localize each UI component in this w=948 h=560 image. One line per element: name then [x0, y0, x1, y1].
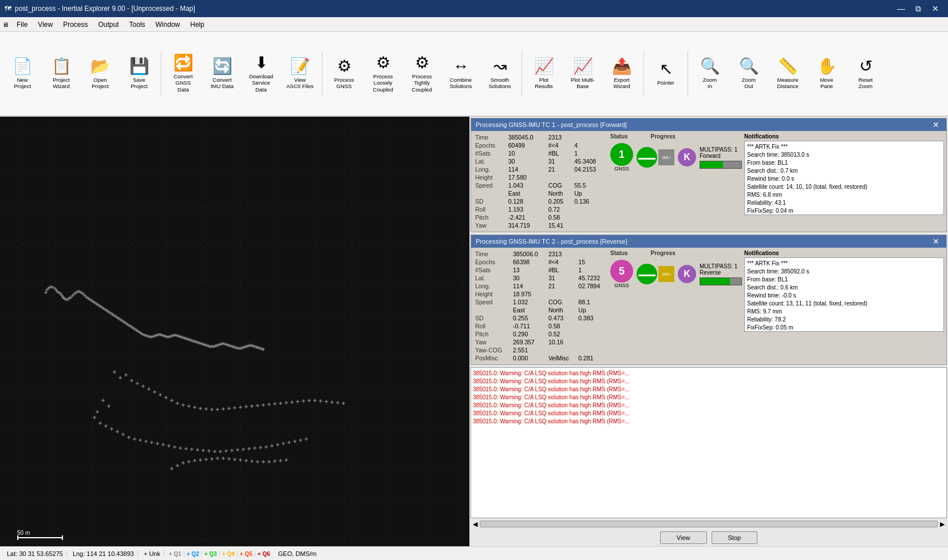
process-gnss-icon: ⚙: [337, 58, 351, 74]
project-wizard-button[interactable]: 📋ProjectWizard: [42, 48, 80, 100]
table-row: Long.1142102.7894: [473, 282, 608, 290]
imu-yellow-2: IMU: [658, 266, 674, 282]
convert-gnss-button[interactable]: 🔁ConvertGNSSData: [164, 48, 202, 100]
minimize-button[interactable]: —: [893, 2, 909, 15]
combine-solutions-icon: ↔: [453, 58, 469, 74]
toolbar: 📄NewProject📋ProjectWizard📂OpenProject💾Sa…: [0, 32, 948, 117]
menu-item-output[interactable]: Output: [94, 18, 124, 31]
k-circle-1: K: [678, 148, 696, 166]
scroll-left[interactable]: ◀: [473, 521, 477, 528]
app-icon: 🗺: [5, 5, 11, 13]
gnss-label-2: GNSS: [614, 283, 629, 288]
proc-panel-2-data: Time385006.02313 Epochs66398#<415 #Sats1…: [473, 250, 608, 362]
download-service-button[interactable]: ⬇DownloadServiceData: [242, 48, 280, 100]
notif-row: From base: BL1: [747, 159, 941, 167]
scale-bar: 50 m: [17, 530, 63, 538]
map-canvas[interactable]: [0, 117, 469, 546]
proc-panel-1-status-section: Status Progress 1 GNSS ▬▬▬: [610, 133, 742, 229]
menu-item-file[interactable]: File: [12, 18, 32, 31]
view-button[interactable]: View: [660, 531, 707, 544]
q-badge-q2[interactable]: + Q2: [184, 551, 202, 557]
proc-panel-1-data: Time385045.02313 Epochs60499#<44 #Sats10…: [473, 133, 608, 229]
toolbar-sep: [688, 51, 688, 97]
q-badge-q1[interactable]: + Q1: [167, 551, 184, 557]
table-row: Yaw314.71915.41: [473, 221, 608, 229]
project-wizard-icon: 📋: [52, 58, 72, 74]
combine-solutions-button[interactable]: ↔CombineSolutions: [442, 48, 480, 100]
process-loosely-button[interactable]: ⚙ProcessLooselyCoupled: [364, 48, 402, 100]
circle-2-num: 5: [619, 265, 625, 277]
process-gnss-button[interactable]: ⚙ProcessGNSS: [325, 48, 363, 100]
new-project-button[interactable]: 📄NewProject: [3, 48, 41, 100]
proc-panel-2-title: Processing GNSS-IMU TC 2 - post_process …: [476, 238, 627, 245]
log-section: 385015.0: Warning: C/A LSQ solution has …: [469, 366, 948, 546]
measure-distance-button[interactable]: 📏MeasureDistance: [769, 48, 807, 100]
scroll-right[interactable]: ▶: [940, 521, 945, 528]
convert-imu-button[interactable]: 🔄ConvertIMU Data: [203, 48, 241, 100]
export-wizard-icon: 📤: [612, 58, 632, 74]
stop-button[interactable]: Stop: [712, 531, 758, 544]
restore-button[interactable]: ⧉: [910, 2, 926, 15]
log-area[interactable]: 385015.0: Warning: C/A LSQ solution has …: [471, 367, 947, 518]
q-badge-q5[interactable]: + Q5: [238, 551, 255, 557]
notif-row: Search time: 385013.0 s: [747, 151, 941, 159]
imu-green-2: ▬▬▬: [637, 264, 657, 284]
notif-row: RMS: 9.7 mm: [747, 308, 941, 316]
notif-content-2[interactable]: *** ARTK Fix ***Search time: 385092.0 sF…: [744, 257, 944, 332]
notif-row: Reliability: 78.2: [747, 316, 941, 324]
circle-1-num: 1: [619, 149, 625, 161]
reset-zoom-button[interactable]: ↺ResetZoom: [847, 48, 884, 100]
export-wizard-button[interactable]: 📤ExportWizard: [603, 48, 641, 100]
status-circle-2: 5: [610, 260, 633, 283]
table-row: PosMisc0.000VelMisc0.281: [473, 354, 608, 362]
proc-panel-1-status-row: 1 GNSS ▬▬▬ IMU: [610, 143, 742, 172]
menu-item-tools[interactable]: Tools: [125, 18, 150, 31]
move-pane-button[interactable]: ✋MovePane: [808, 48, 846, 100]
plot-multi-base-button[interactable]: 📈Plot Multi-Base: [564, 48, 602, 100]
proc-panel-1-title: Processing GNSS-IMU TC 1 - post_process …: [476, 121, 627, 128]
notif-row: From base: BL1: [747, 276, 941, 284]
notif-content-1[interactable]: *** ARTK Fix ***Search time: 385013.0 sF…: [744, 141, 944, 215]
map-area[interactable]: 50 m: [0, 117, 469, 546]
table-row: EastNorthUp: [473, 189, 608, 197]
proc-panel-2-header: Processing GNSS-IMU TC 2 - post_process …: [471, 235, 946, 248]
menu-item-process[interactable]: Process: [58, 18, 92, 31]
status-geo: GEO, DMS/m: [275, 550, 320, 557]
q-badge-q6[interactable]: + Q6: [255, 551, 272, 557]
menu-item-view[interactable]: View: [33, 18, 57, 31]
scroll-thumb[interactable]: [480, 521, 938, 527]
table-row: Yaw-COG2.551: [473, 346, 608, 354]
q-badge-q3[interactable]: + Q3: [202, 551, 220, 557]
close-button[interactable]: ✕: [927, 2, 943, 15]
progress-bar-inner-1: [700, 161, 723, 168]
zoom-out-button[interactable]: 🔍ZoomOut: [730, 48, 768, 100]
menu-item-window[interactable]: Window: [151, 18, 185, 31]
menu-item-help[interactable]: Help: [185, 18, 209, 31]
smooth-solutions-button[interactable]: ↝SmoothSolutions: [481, 48, 519, 100]
open-project-button[interactable]: 📂OpenProject: [81, 48, 119, 100]
view-ascii-icon: 📝: [290, 58, 310, 74]
table-row: Roll-0.7110.58: [473, 322, 608, 330]
proc-panel-1-close[interactable]: ✕: [930, 120, 942, 129]
view-ascii-button[interactable]: 📝ViewASCII Files: [281, 48, 319, 100]
proc-panel-2-close[interactable]: ✕: [930, 237, 942, 246]
pointer-icon: ↖: [659, 61, 673, 77]
imu-green-label-1: ▬▬▬: [638, 154, 655, 161]
progress-text-1: MULTIPASS: 1 Forward: [700, 146, 742, 159]
imu-gray-1: IMU: [658, 149, 674, 165]
notif-row: Search dist.: 0.7 km: [747, 167, 941, 175]
plot-results-button[interactable]: 📈PlotResults: [525, 48, 563, 100]
progress-bar-outer-2: [700, 277, 742, 285]
pointer-button[interactable]: ↖Pointer: [647, 48, 685, 100]
scale-line: [17, 537, 63, 538]
status-unk: + Unk: [140, 550, 164, 557]
save-project-button[interactable]: 💾SaveProject: [120, 48, 158, 100]
q-badge-q4[interactable]: + Q4: [220, 551, 238, 557]
proc-panel-2-headers: Status Progress: [610, 250, 742, 256]
zoom-in-button[interactable]: 🔍ZoomIn: [691, 48, 729, 100]
log-row: 385015.0: Warning: C/A LSQ solution has …: [473, 418, 945, 426]
log-row: 385015.0: Warning: C/A LSQ solution has …: [473, 370, 945, 378]
process-tightly-button[interactable]: ⚙ProcessTightlyCoupled: [403, 48, 441, 100]
progress-header-2: Progress: [651, 250, 676, 256]
title-bar-controls[interactable]: — ⧉ ✕: [893, 2, 943, 15]
